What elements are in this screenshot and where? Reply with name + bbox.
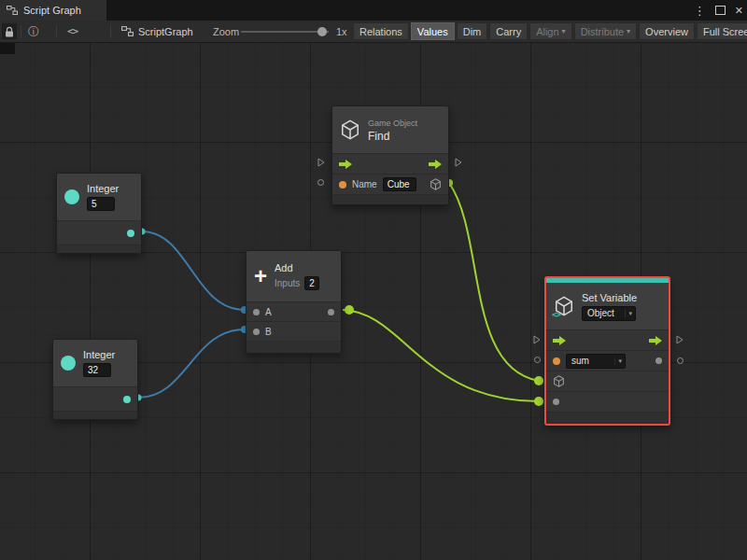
variable-name-dropdown[interactable]: sum ▾ — [566, 354, 626, 369]
toolbar-separator — [56, 25, 57, 38]
node-title: Find — [368, 131, 417, 142]
object-output-port-cube-icon[interactable] — [430, 178, 442, 190]
lock-button[interactable] — [2, 23, 17, 39]
distribute-button[interactable]: Distribute ▾ — [574, 22, 637, 40]
toolbar-separator — [110, 25, 111, 38]
object-port-row — [546, 371, 669, 391]
title-bar: Script Graph ⋮ ✕ — [0, 0, 747, 21]
script-graph-icon — [121, 25, 134, 37]
node-category: Game Object — [368, 119, 417, 128]
name-input-port[interactable] — [339, 181, 346, 189]
chevron-down-icon: ▾ — [614, 357, 625, 365]
flow-out-arrow-icon[interactable] — [429, 160, 442, 169]
input-b-port[interactable] — [253, 329, 260, 335]
tab-script-graph[interactable]: Script Graph — [0, 0, 106, 21]
maximize-icon[interactable] — [715, 6, 726, 15]
variable-name-value: sum — [567, 356, 614, 366]
node-title: Add — [275, 262, 319, 273]
output-port[interactable] — [127, 230, 134, 237]
info-icon: ⓘ — [28, 25, 39, 38]
node-header: Game Object Find — [332, 106, 448, 153]
script-graph-icon — [7, 5, 18, 16]
close-icon[interactable]: ✕ — [735, 5, 743, 17]
node-integer-5[interactable]: Integer 5 — [56, 173, 142, 254]
inputs-count-field[interactable]: 2 — [304, 276, 319, 290]
canvas-corner — [0, 43, 15, 54]
node-footer — [247, 341, 341, 353]
node-header: Integer 5 — [57, 174, 141, 220]
lock-icon — [5, 26, 14, 37]
flow-in-arrow-icon[interactable] — [339, 160, 352, 169]
result-output-port[interactable] — [328, 309, 334, 315]
port-row-b: B — [247, 321, 341, 341]
value-port-circle[interactable] — [534, 357, 541, 363]
zoom-slider[interactable] — [241, 27, 329, 36]
node-header: + Add Inputs 2 — [247, 251, 341, 301]
zoom-slider-knob[interactable] — [317, 27, 327, 36]
value-input-port[interactable] — [553, 399, 559, 405]
dim-button[interactable]: Dim — [457, 22, 488, 40]
chevron-down-icon: ▾ — [562, 27, 566, 35]
object-input-port-cube-icon[interactable] — [553, 375, 565, 387]
value-port-circle[interactable] — [317, 179, 324, 186]
value-port-circle[interactable] — [677, 357, 684, 364]
graph-breadcrumb[interactable]: ScriptGraph — [121, 25, 193, 37]
overview-button[interactable]: Overview — [639, 22, 695, 40]
flow-in-arrow-icon[interactable] — [553, 336, 566, 345]
integer-icon — [61, 356, 76, 371]
output-port[interactable] — [123, 396, 131, 403]
integer-icon — [64, 189, 79, 204]
align-label: Align — [536, 26, 558, 37]
node-footer — [57, 245, 141, 253]
edit-code-button[interactable]: <> — [67, 25, 78, 37]
variable-kind-value: Object — [583, 308, 625, 318]
inputs-label: Inputs — [275, 279, 300, 288]
value-port-row: Name Cube — [332, 174, 448, 194]
integer-value-field[interactable]: 32 — [83, 363, 111, 377]
node-title: Set Variable — [582, 292, 637, 303]
code-angle-icon: <> — [552, 310, 560, 319]
chevron-down-icon: ▾ — [627, 27, 630, 35]
flow-port-row — [332, 153, 448, 174]
chevron-down-icon: ▾ — [625, 310, 635, 317]
port-row-a: A — [247, 301, 341, 321]
gameobject-cube-icon — [340, 119, 360, 140]
flow-port-triangle[interactable] — [455, 158, 462, 167]
node-footer — [53, 411, 137, 419]
flow-port-triangle[interactable] — [533, 335, 541, 344]
values-button[interactable]: Values — [411, 22, 455, 40]
fullscreen-button[interactable]: Full Screen — [697, 22, 747, 40]
info-button[interactable]: ⓘ — [28, 24, 39, 40]
set-variable-icon: <> — [554, 296, 574, 316]
value-input-port-row — [546, 391, 669, 412]
node-footer — [546, 412, 669, 424]
flow-out-arrow-icon[interactable] — [649, 336, 662, 345]
node-header: <> Set Variable Object ▾ — [546, 283, 669, 329]
window-menu-icon[interactable]: ⋮ — [694, 4, 706, 18]
flow-port-row — [546, 329, 669, 350]
input-a-label: A — [265, 307, 272, 317]
integer-value-field[interactable]: 5 — [87, 197, 115, 211]
node-add[interactable]: + Add Inputs 2 A B — [246, 250, 342, 354]
graph-name-label: ScriptGraph — [138, 26, 193, 37]
relations-button[interactable]: Relations — [353, 22, 409, 40]
node-title: Integer — [83, 349, 115, 360]
node-header: Integer 32 — [53, 340, 137, 386]
node-integer-32[interactable]: Integer 32 — [52, 339, 138, 420]
zoom-value: 1x — [336, 26, 347, 37]
toolbar-separator — [21, 25, 21, 38]
variable-kind-dropdown[interactable]: Object ▾ — [582, 306, 636, 321]
graph-toolbar: ⓘ <> ScriptGraph Zoom 1x Relations Value… — [0, 21, 747, 43]
add-plus-icon: + — [254, 265, 267, 287]
name-input-field[interactable]: Cube — [383, 177, 416, 191]
input-a-port[interactable] — [253, 309, 260, 315]
node-gameobject-find[interactable]: Game Object Find Name Cube — [331, 105, 449, 205]
zoom-slider-track[interactable] — [241, 31, 329, 33]
value-output-port[interactable] — [655, 357, 662, 364]
carry-button[interactable]: Carry — [489, 22, 528, 40]
flow-port-triangle[interactable] — [317, 158, 325, 167]
flow-port-triangle[interactable] — [676, 335, 684, 344]
variable-name-port[interactable] — [553, 357, 560, 365]
align-button[interactable]: Align ▾ — [529, 22, 571, 40]
node-set-variable[interactable]: <> Set Variable Object ▾ sum ▾ — [544, 276, 670, 426]
